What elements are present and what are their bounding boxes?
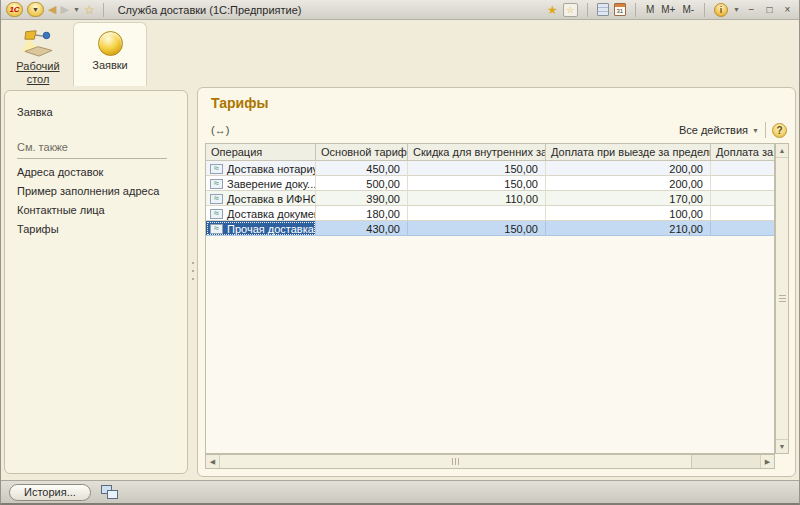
favorites-star-icon[interactable]: ☆	[84, 4, 95, 16]
table-header-row: Операция Основной тариф Скидка для внутр…	[206, 144, 774, 161]
back-button[interactable]: ◀	[48, 4, 56, 15]
splitter-grip-icon	[192, 262, 194, 280]
tab-strip: Рабочий стол Заявки	[1, 20, 799, 86]
see-also-header: См. также	[17, 138, 167, 159]
calculator-icon[interactable]	[597, 3, 609, 16]
catalog-item-icon: ≈	[210, 194, 223, 204]
sidebar-item-zayavka[interactable]: Заявка	[17, 103, 187, 122]
catalog-item-icon: ≈	[210, 164, 223, 174]
chevron-down-icon: ▼	[32, 6, 39, 13]
divider	[635, 3, 636, 17]
favorites-list-icon[interactable]: ☆	[563, 3, 578, 17]
sidebar-item-contacts[interactable]: Контактные лица	[17, 201, 187, 220]
column-header-mkad-surcharge[interactable]: Доплата при выезде за пределы МКАД	[546, 144, 711, 161]
tariffs-form: Тарифы (↔) Все действия ▼ ? Операция	[197, 87, 796, 477]
catalog-item-icon: ≈	[210, 209, 223, 219]
table-row[interactable]: ≈Заверение доку... 500,00 150,00 200,00	[206, 176, 774, 191]
help-button[interactable]: ?	[772, 123, 787, 138]
status-bar: История...	[1, 480, 799, 503]
memory-mminus-button[interactable]: M-	[681, 4, 695, 15]
forward-button[interactable]: ▶	[60, 4, 68, 15]
table-empty-area	[206, 236, 774, 453]
scroll-left-icon[interactable]: ◀	[206, 455, 220, 468]
history-button[interactable]: История...	[9, 484, 91, 501]
tab-desktop-label: Рабочий стол	[12, 60, 64, 86]
divider	[765, 122, 766, 138]
table-row[interactable]: ≈Доставка в ИФНС ... 390,00 110,00 170,0…	[206, 191, 774, 206]
table-row-selected[interactable]: ≈Прочая доставка 430,00 150,00 210,00	[206, 221, 774, 236]
table-row[interactable]: ≈Доставка нотариус... 450,00 150,00 200,…	[206, 161, 774, 176]
content-area: Заявка См. также Адреса доставок Пример …	[1, 86, 799, 480]
column-header-internal-discount[interactable]: Скидка для внутренних заказов	[408, 144, 546, 161]
vertical-scroll-thumb[interactable]	[776, 158, 788, 439]
table-row[interactable]: ≈Доставка докумен... 180,00 100,00	[206, 206, 774, 221]
close-button[interactable]: ×	[781, 4, 794, 15]
column-header-base-tariff[interactable]: Основной тариф	[316, 144, 408, 161]
calendar-icon[interactable]: 31	[614, 3, 626, 16]
divider	[587, 3, 588, 17]
info-icon[interactable]: i	[714, 3, 728, 17]
tab-desktop[interactable]: Рабочий стол	[5, 22, 71, 86]
divider	[704, 3, 705, 17]
info-dropdown-icon[interactable]: ▼	[733, 6, 740, 13]
sidebar-item-tariffs[interactable]: Тарифы	[17, 220, 187, 239]
title-bar: 1С ▼ ◀ ▶ ▼ ☆ Служба доставки (1С:Предпри…	[1, 0, 799, 20]
scroll-right-icon[interactable]: ▶	[760, 455, 774, 468]
horizontal-scrollbar[interactable]: ◀ ▶	[205, 454, 775, 469]
desk-lamp-icon	[17, 27, 59, 57]
form-toolbar: (↔) Все действия ▼ ?	[211, 121, 787, 139]
vertical-scrollbar[interactable]: ▲ ▼	[775, 143, 789, 454]
catalog-item-icon: ≈	[210, 224, 223, 234]
add-favorite-icon[interactable]: ★	[547, 4, 558, 16]
main-menu-button[interactable]: ▼	[27, 2, 44, 17]
minimize-button[interactable]: −	[745, 4, 758, 15]
sidebar-item-addresses[interactable]: Адреса доставок	[17, 163, 187, 182]
app-window: 1С ▼ ◀ ▶ ▼ ☆ Служба доставки (1С:Предпри…	[0, 0, 800, 505]
scroll-up-icon[interactable]: ▲	[776, 144, 788, 158]
chevron-down-icon: ▼	[752, 127, 759, 134]
show-in-list-icon[interactable]	[101, 485, 119, 500]
column-header-truncated[interactable]: Доплата за ср	[711, 144, 774, 161]
memory-m-button[interactable]: M	[645, 4, 655, 15]
all-actions-button[interactable]: Все действия ▼	[679, 124, 759, 136]
1c-logo-button[interactable]: 1С	[6, 2, 23, 17]
column-header-operation[interactable]: Операция	[206, 144, 316, 161]
nav-history-dropdown-icon[interactable]: ▼	[73, 6, 80, 13]
sidebar-item-address-example[interactable]: Пример заполнения адреса	[17, 182, 187, 201]
divider	[103, 3, 104, 17]
horizontal-scroll-thumb[interactable]	[220, 455, 692, 468]
tab-zayavki-label: Заявки	[92, 59, 128, 72]
memory-mplus-button[interactable]: M+	[660, 4, 676, 15]
tab-zayavki[interactable]: Заявки	[73, 22, 147, 86]
fit-width-icon[interactable]: (↔)	[211, 124, 229, 136]
tariffs-table: Операция Основной тариф Скидка для внутр…	[205, 143, 789, 469]
page-title: Тарифы	[211, 95, 268, 111]
navigation-panel: Заявка См. также Адреса доставок Пример …	[4, 90, 188, 474]
catalog-item-icon: ≈	[210, 179, 223, 189]
window-title: Служба доставки (1С:Предприятие)	[118, 4, 302, 16]
scroll-down-icon[interactable]: ▼	[776, 439, 788, 453]
maximize-button[interactable]: □	[763, 4, 776, 15]
panel-splitter[interactable]	[190, 90, 196, 474]
coin-icon	[98, 31, 123, 56]
